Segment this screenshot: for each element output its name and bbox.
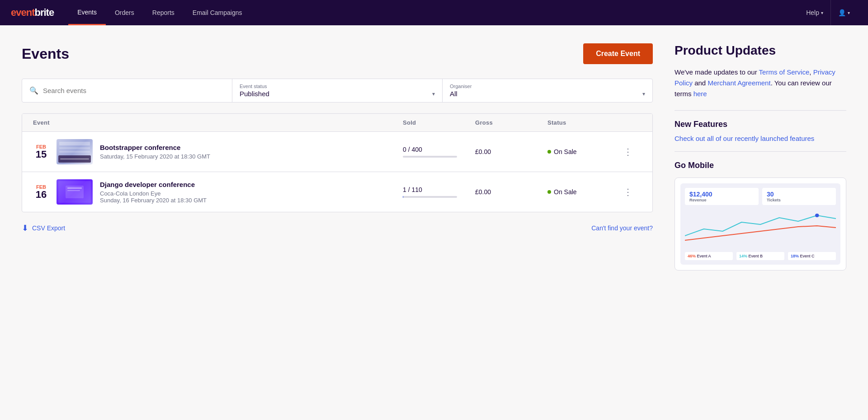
nav-events[interactable]: Events (68, 0, 106, 25)
sidebar: Product Updates We've made updates to ou… (675, 43, 846, 402)
status-label: Event status (240, 84, 435, 89)
filters-bar: 🔍 Event status Published ▾ Organiser All… (22, 79, 653, 103)
download-icon: ⬇ (22, 223, 28, 233)
go-mobile-title: Go Mobile (675, 161, 846, 170)
sold-bar (403, 196, 457, 198)
cant-find-link[interactable]: Can't find your event? (591, 224, 653, 232)
chart-svg (685, 209, 836, 245)
table-header: Event Sold Gross Status (22, 114, 652, 132)
status-cell-django: On Sale (547, 188, 620, 196)
sold-value: 1 / 110 (403, 186, 422, 193)
mini-chart (685, 209, 836, 247)
csv-export-label: CSV Export (32, 224, 65, 232)
status-dot-icon (547, 150, 551, 154)
status-cell-bootstrapper: On Sale (547, 148, 620, 155)
search-icon: 🔍 (29, 86, 38, 95)
event-thumbnail-django (57, 179, 93, 205)
th-event: Event (33, 119, 403, 126)
account-menu[interactable]: 👤 ▾ (830, 0, 857, 25)
svg-point-0 (815, 214, 819, 217)
status-value-row: Published ▾ (240, 90, 435, 98)
page-container: Events Create Event 🔍 Event status Publi… (0, 25, 868, 420)
here-link[interactable]: here (693, 90, 707, 98)
event-info-bootstrapper: Bootstrapper conference Saturday, 15 Feb… (100, 144, 403, 160)
page-title: Events (22, 46, 69, 62)
more-actions-bootstrapper: ⋮ (620, 145, 642, 159)
terms-of-service-link[interactable]: Terms of Service (759, 68, 810, 76)
more-button-bootstrapper[interactable]: ⋮ (620, 145, 636, 159)
mobile-screenshot: $12,400 Revenue 30 Tickets (675, 177, 846, 271)
search-input[interactable] (43, 87, 225, 94)
table-row: FEB 16 Django developer conference (22, 172, 652, 212)
help-menu[interactable]: Help ▾ (799, 0, 830, 25)
merchant-agreement-link[interactable]: Merchant Agreement (708, 79, 770, 87)
event-datetime: Sunday, 16 February 2020 at 18:30 GMT (100, 197, 403, 204)
updates-text: We've made updates to our Terms of Servi… (675, 67, 846, 99)
person-icon: 👤 (838, 9, 846, 16)
create-event-button[interactable]: Create Event (583, 43, 653, 64)
th-gross: Gross (475, 119, 547, 126)
page-header: Events Create Event (22, 43, 653, 64)
sold-cell-bootstrapper: 0 / 400 (403, 146, 475, 158)
sold-cell-django: 1 / 110 (403, 186, 475, 198)
navbar: eventbrite Events Orders Reports Email C… (0, 0, 868, 25)
event-day: 15 (33, 149, 49, 159)
table-row: FEB 15 Bootstrapper conference Saturday,… (22, 132, 652, 172)
nav-email-campaigns[interactable]: Email Campaigns (184, 0, 251, 25)
gross-cell-django: £0.00 (475, 188, 547, 196)
nav-right: Help ▾ 👤 ▾ (799, 0, 857, 25)
help-chevron-icon: ▾ (821, 10, 823, 15)
gross-cell-bootstrapper: £0.00 (475, 148, 547, 155)
organiser-value: All (450, 90, 458, 98)
main-content: Events Create Event 🔍 Event status Publi… (22, 43, 653, 402)
status-value: On Sale (554, 188, 577, 196)
event-date-bootstrapper: FEB 15 (33, 144, 49, 159)
more-actions-django: ⋮ (620, 185, 642, 199)
csv-export-link[interactable]: ⬇ CSV Export (22, 223, 65, 233)
event-date-django: FEB 16 (33, 184, 49, 200)
organiser-filter[interactable]: Organiser All ▾ (443, 79, 652, 102)
events-table: Event Sold Gross Status FEB 15 (22, 113, 653, 212)
logo[interactable]: eventbrite (11, 7, 54, 19)
sold-value: 0 / 400 (403, 146, 422, 153)
th-status: Status (547, 119, 620, 126)
sold-bar-fill (403, 196, 403, 198)
account-chevron-icon: ▾ (848, 10, 850, 15)
product-updates-title: Product Updates (675, 43, 846, 58)
nav-reports[interactable]: Reports (143, 0, 184, 25)
mini-dashboard: $12,400 Revenue 30 Tickets (680, 183, 840, 265)
organiser-value-row: All ▾ (450, 90, 645, 98)
organiser-chevron-icon: ▾ (642, 91, 645, 97)
event-info-django: Django developer conference Coca-Cola Lo… (100, 181, 403, 204)
th-sold: Sold (403, 119, 475, 126)
organiser-label: Organiser (450, 84, 645, 89)
status-filter[interactable]: Event status Published ▾ (232, 79, 443, 102)
updates-text-before: We've made updates to our (675, 68, 759, 76)
status-value: On Sale (554, 148, 577, 155)
table-footer: ⬇ CSV Export Can't find your event? (22, 212, 653, 244)
help-label: Help (806, 9, 819, 16)
mini-stat-revenue: $12,400 Revenue (685, 188, 759, 205)
nav-links: Events Orders Reports Email Campaigns (68, 0, 799, 25)
event-cell-bootstrapper: FEB 15 Bootstrapper conference Saturday,… (33, 139, 403, 164)
event-venue: Coca-Cola London Eye (100, 190, 403, 197)
event-datetime: Saturday, 15 February 2020 at 18:30 GMT (100, 153, 403, 160)
th-actions (620, 119, 642, 126)
mini-stat-tickets: 30 Tickets (762, 188, 836, 205)
new-features-link[interactable]: Check out all of our recently launched f… (675, 135, 846, 142)
nav-orders[interactable]: Orders (106, 0, 143, 25)
new-features-title: New Features (675, 120, 846, 129)
divider-1 (675, 110, 846, 111)
search-field[interactable]: 🔍 (22, 79, 232, 102)
sold-bar (403, 156, 457, 158)
divider-2 (675, 151, 846, 152)
status-chevron-icon: ▾ (432, 91, 435, 97)
status-dot-icon (547, 190, 551, 194)
more-button-django[interactable]: ⋮ (620, 185, 636, 199)
event-name[interactable]: Bootstrapper conference (100, 144, 403, 151)
status-value: Published (240, 90, 269, 98)
event-day: 16 (33, 190, 49, 200)
event-name[interactable]: Django developer conference (100, 181, 403, 188)
event-thumbnail-bootstrapper (57, 139, 93, 164)
event-cell-django: FEB 16 Django developer conference (33, 179, 403, 205)
